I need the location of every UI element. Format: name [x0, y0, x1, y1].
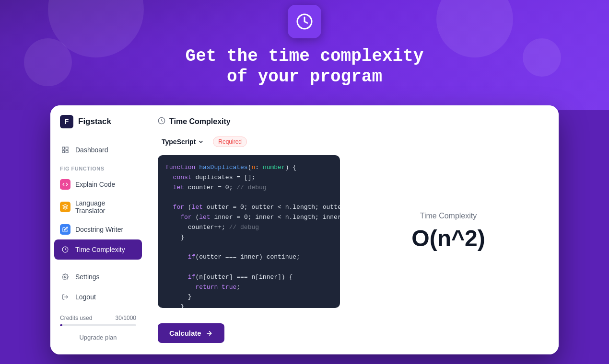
- svg-point-6: [64, 276, 66, 278]
- code-line: [165, 242, 332, 252]
- dashboard-icon: [60, 145, 70, 155]
- code-line: }: [165, 292, 332, 302]
- credits-row: Credits used 30/1000: [60, 315, 136, 321]
- language-dropdown-label: TypeScript: [162, 138, 196, 146]
- language-translator-icon: [60, 202, 70, 212]
- time-complexity-icon: [60, 244, 70, 255]
- sidebar-item-dashboard-label: Dashboard: [75, 146, 108, 154]
- sidebar-item-logout[interactable]: Logout: [50, 287, 146, 307]
- hero-section: Get the time complexity of your program: [0, 0, 609, 110]
- credits-fill: [60, 324, 62, 326]
- credits-label: Credits used: [60, 315, 92, 321]
- main-content: Time Complexity TypeScript Required func…: [146, 105, 559, 354]
- logout-icon: [60, 292, 70, 302]
- calculate-button[interactable]: Calculate: [158, 323, 224, 343]
- required-badge: Required: [213, 136, 247, 147]
- hero-title: Get the time complexity of your program: [186, 46, 424, 87]
- sidebar-item-settings[interactable]: Settings: [50, 267, 146, 287]
- clock-icon: [296, 13, 313, 30]
- logo-icon: F: [60, 115, 73, 128]
- code-line: return true;: [165, 283, 332, 293]
- sidebar-item-explain-code[interactable]: Explain Code: [50, 174, 146, 194]
- code-line: for (let outter = 0; outter < n.length; …: [165, 203, 332, 213]
- sidebar-bottom: Settings Logout Credits used 30/1000: [50, 267, 146, 345]
- bg-decoration: [24, 38, 72, 86]
- result-area: Time Complexity O(n^2): [350, 155, 547, 308]
- language-dropdown[interactable]: TypeScript: [158, 136, 208, 148]
- page-clock-icon: [158, 117, 165, 126]
- sidebar-item-language-translator[interactable]: Language Translator: [50, 194, 146, 219]
- arrow-right-icon: [205, 330, 213, 337]
- code-line: counter++; // debug: [165, 223, 332, 233]
- code-editor[interactable]: function hasDuplicates(n: number) { cons…: [158, 155, 340, 308]
- svg-rect-4: [66, 150, 68, 153]
- explain-code-icon: [60, 179, 70, 190]
- page-title: Time Complexity: [169, 117, 231, 126]
- logo-area: F Figstack: [50, 115, 146, 140]
- sidebar: F Figstack Dashboard FIG FUNCTIONS Expla…: [50, 105, 146, 354]
- credits-bar: [60, 324, 136, 326]
- code-line: if(n[outter] === n[inner]) {: [165, 273, 332, 283]
- content-area: function hasDuplicates(n: number) { cons…: [158, 155, 547, 308]
- lang-selector-row: TypeScript Required: [158, 136, 547, 148]
- clock-icon-container: [288, 5, 321, 38]
- sidebar-item-dashboard[interactable]: Dashboard: [50, 140, 146, 160]
- docstring-writer-icon: [60, 224, 70, 235]
- settings-icon: [60, 272, 70, 282]
- code-line: let counter = 0; // debug: [165, 183, 332, 193]
- code-line: }: [165, 302, 332, 308]
- app-container: F Figstack Dashboard FIG FUNCTIONS Expla…: [50, 105, 559, 354]
- upgrade-link[interactable]: Upgrade plan: [50, 330, 146, 345]
- logo-text: Figstack: [78, 117, 111, 126]
- code-line: const duplicates = [];: [165, 173, 332, 183]
- sidebar-item-time-complexity-label: Time Complexity: [75, 246, 125, 253]
- svg-rect-1: [62, 147, 65, 149]
- bg-decoration: [436, 0, 513, 57]
- bottom-row: Calculate: [158, 316, 547, 343]
- sidebar-item-time-complexity[interactable]: Time Complexity: [54, 239, 142, 260]
- code-line: }: [165, 233, 332, 243]
- section-label: FIG FUNCTIONS: [50, 160, 146, 174]
- svg-rect-3: [62, 150, 65, 153]
- sidebar-item-docstring-writer[interactable]: Docstring Writer: [50, 219, 146, 239]
- credits-value: 30/1000: [116, 315, 136, 321]
- calculate-button-label: Calculate: [169, 329, 201, 337]
- code-line: [165, 262, 332, 273]
- chevron-down-icon: [198, 138, 204, 145]
- credits-section: Credits used 30/1000: [50, 307, 146, 330]
- page-header: Time Complexity: [158, 117, 547, 126]
- sidebar-item-explain-code-label: Explain Code: [75, 181, 115, 188]
- sidebar-item-logout-label: Logout: [75, 293, 96, 301]
- result-label: Time Complexity: [420, 212, 477, 220]
- sidebar-item-settings-label: Settings: [75, 273, 100, 281]
- code-line: function hasDuplicates(n: number) {: [165, 163, 332, 173]
- bg-decoration: [523, 38, 561, 77]
- code-line: [165, 193, 332, 203]
- sidebar-item-docstring-writer-label: Docstring Writer: [75, 226, 123, 233]
- code-line: if(outter === inner) continue;: [165, 252, 332, 262]
- svg-rect-2: [66, 147, 68, 149]
- code-line: for (let inner = 0; inner < n.length; in…: [165, 213, 332, 223]
- sidebar-item-language-translator-label: Language Translator: [75, 199, 136, 215]
- result-value: O(n^2): [411, 225, 485, 251]
